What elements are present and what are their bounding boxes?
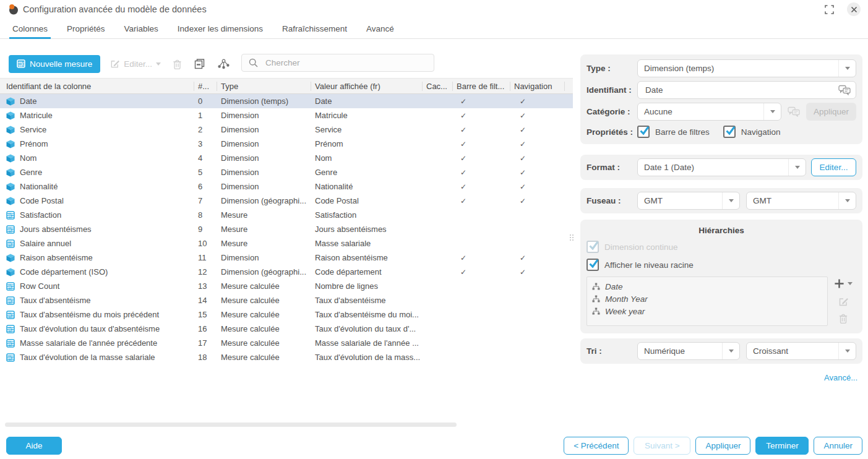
- navigation-checkbox[interactable]: [723, 126, 736, 138]
- timezone-select-2[interactable]: GMT: [746, 192, 856, 210]
- relations-nodes-icon[interactable]: [217, 58, 230, 70]
- table-row-salaire-annuel[interactable]: Salaire annuel 10 Mesure Masse salariale: [0, 236, 573, 251]
- sort-order-value: Croissant: [747, 346, 838, 356]
- filter-bar-check: ✓: [453, 126, 510, 134]
- timezone-select-1[interactable]: GMT: [637, 192, 740, 210]
- search-icon: [249, 58, 258, 67]
- column-display-value: Satisfaction: [311, 210, 423, 220]
- table-row-taux-d-absenteisme[interactable]: Taux d'absentéisme 14 Mesure calculée Ta…: [0, 293, 573, 307]
- edit-format-button[interactable]: Editer...: [811, 158, 856, 176]
- close-icon[interactable]: [847, 2, 861, 16]
- search-input[interactable]: [264, 58, 427, 68]
- table-row-raison-absenteisme[interactable]: Raison absentéisme 11 Dimension Raison a…: [0, 251, 573, 265]
- add-hierarchy-button[interactable]: [834, 278, 853, 289]
- column-header-[interactable]: #...: [194, 82, 217, 91]
- table-row-satisfaction[interactable]: Satisfaction 8 Mesure Satisfaction: [0, 208, 573, 222]
- sort-order-select[interactable]: Croissant: [746, 342, 856, 360]
- horizontal-scrollbar[interactable]: [5, 423, 457, 427]
- column-header-cac[interactable]: Cac...: [423, 82, 453, 91]
- sort-type-select[interactable]: Numérique: [637, 342, 740, 360]
- column-identifier: Service: [20, 125, 46, 134]
- help-button[interactable]: Aide: [6, 437, 62, 455]
- table-row-code-postal[interactable]: Code Postal 7 Dimension (géographi... Co…: [0, 194, 573, 208]
- column-header-barre-de-filt[interactable]: Barre de filt...: [453, 82, 510, 91]
- chevron-down-icon: [788, 159, 806, 176]
- column-number: 3: [194, 139, 217, 148]
- tab-rafraichissement[interactable]: Rafraîchissement: [282, 19, 347, 38]
- column-header-type[interactable]: Type: [217, 82, 311, 91]
- table-row-genre[interactable]: Genre 5 Dimension Genre ✓ ✓: [0, 165, 573, 179]
- app-logo-icon: [7, 4, 19, 15]
- category-select[interactable]: Aucune: [637, 103, 781, 121]
- finish-button[interactable]: Terminer: [755, 437, 809, 455]
- table-row-taux-d-evolution-de-la-masse-salariale[interactable]: Taux d'évolution de la masse salariale 1…: [0, 350, 573, 364]
- table-row-date[interactable]: Date 0 Dimension (temps) Date ✓ ✓: [0, 94, 573, 108]
- hierarchy-item-date[interactable]: Date: [592, 280, 822, 293]
- column-type: Mesure calculée: [217, 353, 311, 362]
- table-row-code-departement-iso[interactable]: Code département (ISO) 12 Dimension (géo…: [0, 265, 573, 279]
- tab-indexer-les-dimensions[interactable]: Indexer les dimensions: [178, 19, 263, 38]
- hierarchy-item-week-year[interactable]: Week year: [592, 305, 822, 317]
- edit-button-disabled[interactable]: Editer...: [110, 59, 161, 69]
- column-header-identifiant-de-la-colonne[interactable]: Identifiant de la colonne: [0, 82, 194, 91]
- duplicate-card-icon[interactable]: [194, 58, 205, 70]
- column-display-value: Taux d'absentéisme: [311, 296, 423, 305]
- table-row-nom[interactable]: Nom 4 Dimension Nom ✓ ✓: [0, 151, 573, 165]
- advanced-link[interactable]: Avancé...: [824, 373, 857, 382]
- column-number: 8: [194, 210, 217, 220]
- column-header-valeur-affichee-fr[interactable]: Valeur affichée (fr): [311, 82, 423, 91]
- column-identifier: Row Count: [20, 281, 59, 291]
- tab-avance[interactable]: Avancé: [366, 19, 394, 38]
- apply-button[interactable]: Appliquer: [695, 437, 750, 455]
- filter-bar-checkbox-label: Barre de filtres: [655, 127, 710, 137]
- tab-variables[interactable]: Variables: [124, 19, 158, 38]
- columns-table: Identifiant de la colonne#...TypeValeur …: [0, 78, 573, 364]
- table-row-prenom[interactable]: Prénom 3 Dimension Prénom ✓ ✓: [0, 137, 573, 151]
- column-number: 12: [194, 267, 217, 277]
- format-select[interactable]: Date 1 (Date): [637, 158, 806, 176]
- timezone-label: Fuseau :: [587, 196, 637, 205]
- next-button[interactable]: Suivant >: [634, 437, 690, 455]
- column-display-value: Service: [311, 125, 423, 134]
- table-row-matricule[interactable]: Matricule 1 Dimension Matricule ✓ ✓: [0, 108, 573, 122]
- column-type: Dimension (géographi...: [217, 196, 311, 205]
- cancel-button[interactable]: Annuler: [814, 437, 862, 455]
- tab-proprietes[interactable]: Propriétés: [67, 19, 105, 38]
- apply-category-button[interactable]: Appliquer: [806, 103, 856, 121]
- translate-icon[interactable]: [838, 85, 851, 95]
- filter-bar-checkbox[interactable]: [637, 126, 650, 138]
- column-type: Mesure: [217, 225, 311, 234]
- table-row-taux-d-absenteisme-du-mois-precedent[interactable]: Taux d'absentéisme du mois précédent 15 …: [0, 307, 573, 322]
- table-row-row-count[interactable]: Row Count 13 Mesure calculée Nombre de l…: [0, 279, 573, 293]
- delete-column-icon[interactable]: [173, 59, 182, 69]
- column-display-value: Code département: [311, 267, 423, 277]
- column-display-value: Nom: [311, 153, 423, 163]
- chevron-down-icon: [722, 343, 739, 359]
- column-number: 0: [194, 97, 217, 106]
- column-display-value: Prénom: [311, 139, 423, 148]
- table-row-service[interactable]: Service 2 Dimension Service ✓ ✓: [0, 122, 573, 137]
- maximize-icon[interactable]: [825, 5, 834, 14]
- type-select[interactable]: Dimension (temps): [637, 59, 856, 77]
- table-row-nationalite[interactable]: Nationalité 6 Dimension Nationalité ✓ ✓: [0, 179, 573, 194]
- column-identifier: Genre: [20, 168, 42, 177]
- column-identifier: Raison absentéisme: [20, 253, 93, 262]
- column-display-value: Code Postal: [311, 196, 423, 205]
- dimension-icon: [6, 126, 15, 134]
- column-header-navigation[interactable]: Navigation: [510, 82, 565, 91]
- column-type: Mesure calculée: [217, 310, 311, 319]
- column-number: 10: [194, 239, 217, 248]
- columns-table-body: Date 0 Dimension (temps) Date ✓ ✓ Matric…: [0, 94, 573, 364]
- new-measure-button[interactable]: Nouvelle mesure: [9, 55, 100, 73]
- previous-button[interactable]: < Précédent: [564, 437, 629, 455]
- hierarchy-item-month-year[interactable]: Month Year: [592, 293, 822, 305]
- table-row-masse-salariale-de-l-annee-precedente[interactable]: Masse salariale de l'année précédente 17…: [0, 336, 573, 350]
- show-root-level-checkbox[interactable]: [587, 259, 599, 271]
- filter-bar-check: ✓: [453, 111, 510, 120]
- table-row-jours-absenteismes[interactable]: Jours absentéismes 9 Mesure Jours absent…: [0, 222, 573, 236]
- tab-colonnes[interactable]: Colonnes: [12, 19, 48, 38]
- timezone-value-1: GMT: [638, 196, 722, 205]
- identifier-input[interactable]: [644, 85, 838, 95]
- pane-splitter-handle[interactable]: [570, 234, 574, 241]
- table-row-taux-d-evolution-du-taux-d-absenteisme[interactable]: Taux d'évolution du taux d'absentéisme 1…: [0, 322, 573, 336]
